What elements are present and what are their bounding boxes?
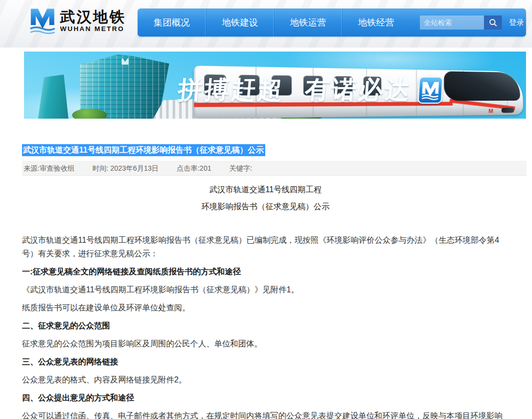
article-meta-bar: 来源:审查验收组 时间: 2023年6月13日 点击率:201 关键字: xyxy=(22,161,526,176)
article-content: 武汉市轨道交通11号线四期工程 环境影响报告书（征求意见稿）公示 武汉市轨道交通… xyxy=(22,183,524,419)
magnifier-icon xyxy=(489,19,497,27)
article-title-selected[interactable]: 武汉市轨道交通11号线四期工程环境影响报告书（征求意见稿）公示 xyxy=(22,144,265,156)
nav-item-group-overview[interactable]: 集团概况 xyxy=(138,9,206,37)
login-link[interactable]: 登录 xyxy=(509,18,524,28)
logo-title-cn: 武汉地铁 xyxy=(60,9,126,25)
paragraph: 公众意见表的格式、内容及网络链接见附件2。 xyxy=(22,373,509,386)
metro-logo-icon xyxy=(29,6,56,35)
paragraph: 武汉市轨道交通11号线四期工程环境影响报告书（征求意见稿）已编制完成，现按照《环… xyxy=(22,233,509,260)
paragraph: 征求意见的公众范围为项目影响区及周围的公民个人、单位和团体。 xyxy=(22,337,509,350)
trees xyxy=(72,109,107,119)
page: 武汉地铁 WUHAN METRO 集团概况 地铁建设 地铁运营 地铁经营 登录 xyxy=(0,0,532,419)
slogan-left: 拼搏赶超 xyxy=(177,74,286,107)
banner-slogan: 拼搏赶超 有诺必达 xyxy=(177,74,413,107)
logo-title-en: WUHAN METRO xyxy=(60,25,126,33)
meta-hits: 点击率:201 xyxy=(177,164,211,172)
paragraph: 《武汉市轨道交通11号线四期工程环境影响报告书（征求意见稿）》见附件1。 xyxy=(22,283,509,296)
section-heading-3: 三、公众意见表的网络链接 xyxy=(22,355,509,368)
meta-source: 来源:审查验收组 xyxy=(24,164,75,172)
meta-keywords: 关键字: xyxy=(229,164,252,172)
doc-title-line1: 武汉市轨道交通11号线四期工程 xyxy=(22,183,509,196)
nav-item-metro-business[interactable]: 地铁经营 xyxy=(342,9,410,37)
main-nav: 集团概况 地铁建设 地铁运营 地铁经营 登录 xyxy=(138,9,526,37)
nav-item-metro-operation[interactable]: 地铁运营 xyxy=(274,9,342,37)
article: 武汉市轨道交通11号线四期工程环境影响报告书（征求意见稿）公示 来源:审查验收组… xyxy=(0,144,532,419)
train-nose-logo: M xyxy=(488,108,493,114)
hero-banner[interactable]: M 拼搏赶超 有诺必达 xyxy=(24,52,526,119)
nav-item-metro-construction[interactable]: 地铁建设 xyxy=(206,9,274,37)
search-button[interactable] xyxy=(484,16,502,30)
site-logo[interactable]: 武汉地铁 WUHAN METRO xyxy=(29,6,126,35)
train-windshield xyxy=(444,71,520,101)
section-heading-2: 二、征求意见的公众范围 xyxy=(22,319,509,332)
section-heading-1: 一:征求意见稿全文的网络链接及查阅纸质报告书的方式和途径 xyxy=(22,265,509,278)
metro-badge-icon xyxy=(418,77,443,104)
slogan-right: 有诺必达 xyxy=(304,74,413,107)
doc-title-line2: 环境影响报告书（征求意见稿）公示 xyxy=(22,200,509,213)
logo-text: 武汉地铁 WUHAN METRO xyxy=(60,9,126,33)
site-header: 武汉地铁 WUHAN METRO 集团概况 地铁建设 地铁运营 地铁经营 登录 xyxy=(0,0,532,48)
paragraph: 公众可以通过信函、传真、电子邮件或者其他方式，在规定时间内将填写的公众意见表提交… xyxy=(22,409,509,419)
meta-time: 时间: 2023年6月13日 xyxy=(93,164,159,172)
search-input[interactable] xyxy=(420,16,484,30)
paragraph: 纸质报告书可以在建设单位及环评单位处查阅。 xyxy=(22,301,509,314)
train-headlight xyxy=(501,108,514,113)
site-search xyxy=(420,16,502,30)
article-title-row: 武汉市轨道交通11号线四期工程环境影响报告书（征求意见稿）公示 xyxy=(22,144,524,156)
section-heading-4: 四、公众提出意见的方式和途径 xyxy=(22,391,509,404)
